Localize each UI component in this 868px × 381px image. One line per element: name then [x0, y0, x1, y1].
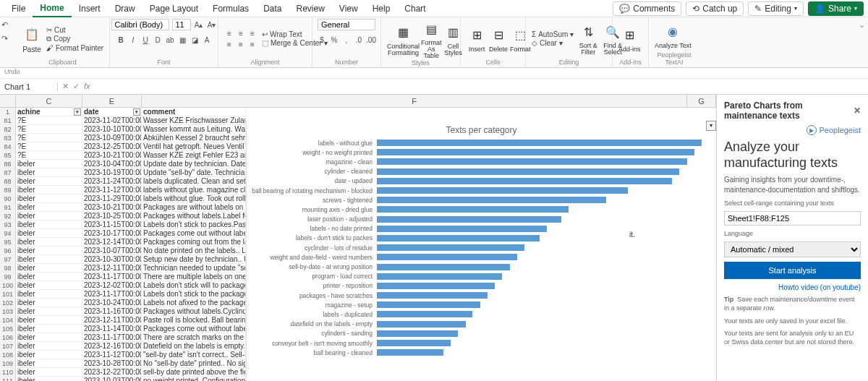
cell[interactable]: ibeler: [16, 325, 82, 333]
cell[interactable]: ibeler: [16, 368, 82, 377]
cell[interactable]: Technician needed to update "sell-b: [142, 264, 246, 273]
row-number[interactable]: 101: [0, 290, 16, 299]
cell[interactable]: ?E: [16, 134, 82, 142]
cell[interactable]: 2023-11-17T00:00:00: [82, 273, 142, 281]
comma-icon[interactable]: ,: [341, 35, 352, 45]
cell[interactable]: Wasser KZE zeigt Fehler E23 an.Druc: [142, 151, 246, 160]
align-left-icon[interactable]: ≡: [224, 39, 234, 49]
border-icon[interactable]: ▦: [177, 35, 187, 45]
cell[interactable]: ibeler: [16, 342, 82, 351]
cell[interactable]: ?E: [16, 151, 82, 160]
cell[interactable]: 2023-10-03T00:00:00: [82, 377, 142, 381]
italic-icon[interactable]: I: [128, 35, 138, 45]
menu-tab-chart[interactable]: Chart: [397, 1, 433, 17]
format-painter-button[interactable]: 🖌 Format Painter: [46, 44, 103, 52]
row-number[interactable]: 82: [0, 125, 16, 134]
cell[interactable]: 2023-11-14T00:00:00: [82, 325, 142, 333]
cell[interactable]: Labels don't stick to packes.Pasteroll: [142, 221, 246, 229]
number-format-select[interactable]: [318, 19, 375, 30]
strikethrough-icon[interactable]: ab: [165, 35, 175, 45]
delete-cells-button[interactable]: Delete: [489, 46, 508, 53]
cell[interactable]: ibeler: [16, 229, 82, 238]
cell[interactable]: 2023-12-25T00:00:00: [82, 142, 142, 151]
cell[interactable]: ibeler: [16, 247, 82, 255]
cell[interactable]: 2023-10-19T00:00:00: [82, 168, 142, 177]
row-number[interactable]: 87: [0, 168, 16, 177]
decrease-font-icon[interactable]: A▾: [207, 20, 217, 30]
row-number[interactable]: 103: [0, 307, 16, 316]
cell[interactable]: Wasser kommt aus Leitung. Wasser: [142, 125, 246, 134]
align-right-icon[interactable]: ≡: [247, 39, 258, 49]
underline-icon[interactable]: U: [140, 35, 150, 45]
cell[interactable]: ibeler: [16, 333, 82, 342]
addins-button[interactable]: Add-ins: [618, 46, 641, 53]
menu-tab-draw[interactable]: Draw: [108, 1, 142, 17]
cell[interactable]: 2023-11-12T00:00:00: [82, 351, 142, 359]
cell[interactable]: 2023-12-22T00:00:00: [82, 368, 142, 377]
col-header[interactable]: E: [82, 95, 142, 107]
format-as-table-icon[interactable]: ▤: [421, 19, 441, 39]
menu-tab-home[interactable]: Home: [33, 0, 71, 17]
cut-button[interactable]: ✂ Cut: [46, 26, 103, 34]
cell[interactable]: 2023-10-25T00:00:00: [82, 212, 142, 221]
cell[interactable]: ibeler: [16, 281, 82, 290]
menu-tab-data[interactable]: Data: [256, 1, 289, 17]
row-number[interactable]: 95: [0, 238, 16, 247]
conditional-formatting-icon[interactable]: ▦: [393, 22, 414, 43]
row-number[interactable]: 1: [0, 108, 16, 116]
row-number[interactable]: 91: [0, 203, 16, 212]
cell[interactable]: ibeler: [16, 160, 82, 168]
catchup-button[interactable]: ⟲ Catch up: [686, 1, 744, 16]
row-number[interactable]: 90: [0, 194, 16, 203]
cell[interactable]: 2023-11-02T00:00:00: [82, 116, 142, 125]
cell[interactable]: ibeler: [16, 290, 82, 299]
clear-button[interactable]: ◇ Clear ▾: [532, 39, 574, 47]
cell[interactable]: ibeler: [16, 299, 82, 307]
row-number[interactable]: 110: [0, 368, 16, 377]
font-size-select[interactable]: [172, 19, 191, 30]
row-number[interactable]: 85: [0, 151, 16, 160]
cell[interactable]: 2023-10-07T00:00:00: [82, 247, 142, 255]
sort-filter-icon[interactable]: ⇅: [578, 22, 598, 42]
cell[interactable]: Datefield on the labels is empty. Las: [142, 342, 246, 351]
share-button[interactable]: 👤 Share ▾: [808, 1, 864, 16]
paste-icon[interactable]: 📋: [22, 25, 42, 45]
addins-icon[interactable]: ⊞: [619, 25, 639, 45]
row-number[interactable]: 96: [0, 247, 16, 255]
row-number[interactable]: 100: [0, 281, 16, 290]
strike-icon[interactable]: D: [153, 35, 163, 45]
col-header[interactable]: F: [142, 95, 687, 107]
row-number[interactable]: 105: [0, 325, 16, 333]
align-mid-icon[interactable]: ≡: [236, 28, 246, 38]
menu-tab-help[interactable]: Help: [365, 1, 398, 17]
row-number[interactable]: 97: [0, 255, 16, 264]
cell[interactable]: 2023-11-17T00:00:00: [82, 290, 142, 299]
redo-icon[interactable]: ↷: [1, 34, 14, 43]
increase-font-icon[interactable]: A▴: [194, 20, 204, 30]
filter-dropdown-icon[interactable]: ▾: [74, 108, 81, 116]
cell[interactable]: 2023-10-17T00:00:00: [82, 229, 142, 238]
cell[interactable]: 2023-10-04T00:00:00: [82, 160, 142, 168]
cell[interactable]: 2023-12-14T00:00:00: [82, 238, 142, 247]
row-number[interactable]: 94: [0, 229, 16, 238]
align-center-icon[interactable]: ≡: [236, 39, 246, 49]
cell[interactable]: 2023-10-30T00:00:00: [82, 255, 142, 264]
sort-filter-button[interactable]: Sort & Filter: [578, 43, 598, 56]
cell[interactable]: Labels don't stick to the packages.. T: [142, 290, 246, 299]
cell[interactable]: 2023-11-15T00:00:00: [82, 221, 142, 229]
editing-mode-button[interactable]: ✎ Editing ▾: [748, 1, 804, 16]
cell[interactable]: Packages without labels.Cyclinder is: [142, 307, 246, 316]
cell[interactable]: labels without glue. Took out rolls ar: [142, 194, 246, 203]
cell[interactable]: No date printed on the labels.. Laser: [142, 247, 246, 255]
menu-tab-review[interactable]: Review: [289, 1, 331, 17]
cell[interactable]: ibeler: [16, 273, 82, 281]
row-number[interactable]: 104: [0, 316, 16, 325]
fx-icon[interactable]: fx: [84, 82, 90, 91]
undo-icon[interactable]: ↶: [1, 20, 14, 30]
cell[interactable]: Update "sell-by" date. Technician ne: [142, 168, 246, 177]
cell[interactable]: There are scratch marks on the boxe: [142, 333, 246, 342]
cell[interactable]: 2023-11-16T00:00:00: [82, 307, 142, 316]
cell[interactable]: Paste roll is blocked. Ball bearing wa: [142, 316, 246, 325]
cell[interactable]: ibeler: [16, 238, 82, 247]
cell[interactable]: ibeler: [16, 307, 82, 316]
